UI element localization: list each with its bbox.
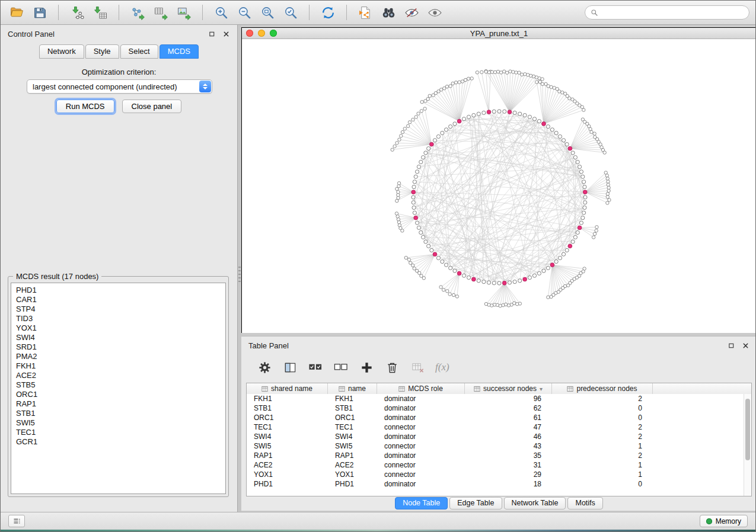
- tab-mcds[interactable]: MCDS: [160, 44, 199, 59]
- show-graphics-details-button[interactable]: [425, 4, 445, 21]
- control-panel: Control Panel NetworkStyleSelectMCDS Opt…: [1, 25, 238, 512]
- cell-successor-nodes: 18: [465, 480, 552, 488]
- search-input[interactable]: [602, 8, 744, 17]
- zoom-selected-button[interactable]: [280, 4, 301, 21]
- import-table-button[interactable]: [90, 4, 110, 21]
- table-row[interactable]: FKH1FKH1dominator962: [247, 394, 744, 403]
- table-panel-title: Table Panel: [248, 341, 289, 350]
- cell-predecessor-nodes: 1: [552, 470, 653, 479]
- column-chooser-button[interactable]: [282, 360, 298, 375]
- select-all-button[interactable]: [308, 360, 323, 375]
- mcds-result-list[interactable]: PHD1CAR1STP4TID3YOX1SWI4SRD1PMA2FKH1ACE2…: [11, 283, 226, 494]
- table-row[interactable]: STB1STB1dominator620: [247, 403, 744, 413]
- column-header-predecessor-nodes[interactable]: predecessor nodes: [552, 383, 653, 394]
- tab-network-table[interactable]: Network Table: [504, 497, 566, 509]
- table-row[interactable]: PHD1PHD1dominator180: [247, 479, 744, 489]
- window-minimize-button[interactable]: [258, 30, 265, 37]
- export-table-button[interactable]: [151, 4, 171, 21]
- tab-network[interactable]: Network: [39, 44, 84, 59]
- export-image-button[interactable]: [174, 4, 194, 21]
- mcds-result-item[interactable]: SWI4: [16, 333, 225, 342]
- table-row[interactable]: ACE2ACE2connector311: [247, 460, 744, 470]
- mcds-result-item[interactable]: TID3: [16, 314, 225, 323]
- search-network-button[interactable]: [378, 4, 398, 21]
- mcds-result-item[interactable]: STB5: [16, 380, 225, 390]
- delete-table-button: [410, 360, 425, 375]
- window-zoom-button[interactable]: [270, 30, 277, 37]
- search-box[interactable]: [585, 5, 749, 20]
- mcds-result-title: MCDS result (17 nodes): [13, 272, 101, 281]
- mcds-result-item[interactable]: ORC1: [16, 390, 225, 399]
- column-header-shared-name[interactable]: shared name: [247, 383, 328, 394]
- column-header-mcds-role[interactable]: MCDS role: [377, 383, 465, 394]
- save-session-button[interactable]: [30, 4, 50, 21]
- column-menu-caret-icon[interactable]: ▾: [540, 386, 543, 392]
- mcds-result-item[interactable]: STP4: [16, 305, 225, 314]
- delete-column-icon: [385, 361, 399, 374]
- network-graph[interactable]: [242, 39, 756, 333]
- cell-mcds-role: dominator: [377, 414, 465, 422]
- close-panel-action-button[interactable]: Close panel: [122, 100, 182, 113]
- mcds-result-item[interactable]: ACE2: [16, 371, 225, 380]
- search-network-icon: [381, 5, 396, 20]
- table-settings-button[interactable]: [257, 360, 272, 375]
- network-view-window: YPA_prune.txt_1: [241, 27, 756, 333]
- network-window-titlebar[interactable]: YPA_prune.txt_1: [242, 28, 756, 39]
- cell-successor-nodes: 43: [465, 442, 552, 450]
- table-row[interactable]: YOX1YOX1connector291: [247, 470, 744, 479]
- tab-motifs[interactable]: Motifs: [567, 497, 602, 509]
- mcds-result-item[interactable]: SWI5: [16, 418, 225, 428]
- table-row[interactable]: RAP1RAP1dominator352: [247, 451, 744, 460]
- refresh-view-button[interactable]: [318, 4, 338, 21]
- mcds-result-item[interactable]: FKH1: [16, 361, 225, 371]
- cell-shared-name: ORC1: [247, 414, 328, 422]
- criterion-dropdown[interactable]: largest connected component (undirected): [27, 79, 212, 94]
- status-menu-button[interactable]: [8, 515, 25, 527]
- mcds-result-item[interactable]: RAP1: [16, 399, 225, 409]
- mcds-result-item[interactable]: YOX1: [16, 323, 225, 333]
- column-chooser-icon: [283, 361, 297, 374]
- criterion-dropdown-value: largest connected component (undirected): [33, 82, 177, 91]
- mcds-result-item[interactable]: GCR1: [16, 437, 225, 447]
- clone-network-button[interactable]: [355, 4, 375, 21]
- column-header-successor-nodes[interactable]: successor nodes▾: [465, 383, 552, 394]
- zoom-fit-button[interactable]: [257, 4, 277, 21]
- zoom-out-button[interactable]: [234, 4, 254, 21]
- column-header-filler: [653, 383, 751, 394]
- tab-node-table[interactable]: Node Table: [395, 497, 448, 509]
- open-file-button[interactable]: [7, 4, 27, 21]
- tab-select[interactable]: Select: [120, 44, 158, 59]
- close-table-panel-button[interactable]: [741, 341, 749, 350]
- delete-column-button[interactable]: [384, 360, 400, 375]
- export-network-button[interactable]: [127, 4, 148, 21]
- mcds-result-item[interactable]: STB1: [16, 409, 225, 418]
- float-table-panel-button[interactable]: [727, 341, 735, 350]
- zoom-in-button[interactable]: [211, 4, 231, 21]
- table-row[interactable]: SWI5SWI5connector431: [247, 441, 744, 451]
- tab-style[interactable]: Style: [85, 44, 119, 59]
- memory-button[interactable]: Memory: [700, 515, 748, 527]
- mcds-result-item[interactable]: PMA2: [16, 352, 225, 361]
- run-mcds-button[interactable]: Run MCDS: [56, 100, 114, 113]
- column-header-name[interactable]: name: [328, 383, 377, 394]
- apply-style-icon: [404, 5, 419, 20]
- scrollbar-thumb[interactable]: [745, 399, 750, 460]
- add-column-button[interactable]: [359, 360, 374, 375]
- table-row[interactable]: SWI4SWI4dominator462: [247, 432, 744, 441]
- window-close-button[interactable]: [246, 30, 253, 37]
- table-row[interactable]: ORC1ORC1dominator610: [247, 413, 744, 422]
- close-panel-button[interactable]: [222, 30, 230, 38]
- import-network-button[interactable]: [67, 4, 87, 21]
- float-panel-button[interactable]: [208, 30, 216, 38]
- apply-style-button[interactable]: [401, 4, 422, 21]
- unselect-all-button[interactable]: [333, 360, 349, 375]
- tab-edge-table[interactable]: Edge Table: [449, 497, 502, 509]
- mcds-result-item[interactable]: SRD1: [16, 342, 225, 352]
- mcds-result-item[interactable]: PHD1: [16, 286, 225, 295]
- cell-predecessor-nodes: 2: [552, 432, 653, 441]
- mcds-result-item[interactable]: TEC1: [16, 428, 225, 437]
- table-scrollbar[interactable]: [744, 394, 751, 496]
- save-session-icon: [33, 5, 47, 20]
- table-row[interactable]: TEC1TEC1connector472: [247, 422, 744, 432]
- mcds-result-item[interactable]: CAR1: [16, 295, 225, 305]
